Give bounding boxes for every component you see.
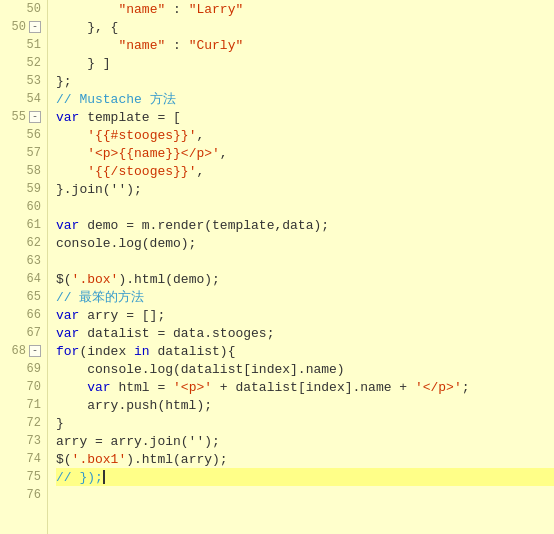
code-line-18: var datalist = data.stooges; [56, 324, 554, 342]
code-text [56, 164, 87, 179]
code-line-9: '{{/stooges}}', [56, 162, 554, 180]
code-line-7: '{{#stooges}}', [56, 126, 554, 144]
line-number-71: 71 [0, 396, 47, 414]
code-text: html = [111, 380, 173, 395]
line-number-66: 66 [0, 306, 47, 324]
code-line-15: $('.box').html(demo); [56, 270, 554, 288]
code-keyword: var [56, 308, 79, 323]
code-line-16: // 最笨的方法 [56, 288, 554, 306]
code-line-11 [56, 198, 554, 216]
line-number-57: 57 [0, 144, 47, 162]
line-number-65: 65 [0, 288, 47, 306]
code-line-4: }; [56, 72, 554, 90]
code-line-24: arry = arry.join(''); [56, 432, 554, 450]
line-number-51: 51 [0, 36, 47, 54]
code-text [56, 38, 118, 53]
code-keyword: in [134, 344, 150, 359]
code-text: (index [79, 344, 134, 359]
code-line-14 [56, 252, 554, 270]
code-text: }; [56, 74, 72, 89]
code-text: arry.push(html); [56, 398, 212, 413]
code-content[interactable]: "name" : "Larry" }, { "name" : "Curly" }… [48, 0, 554, 534]
code-string: '</p>' [415, 380, 462, 395]
line-number-75: 75 [0, 468, 47, 486]
code-string: "name" [118, 2, 165, 17]
line-number-56: 56 [0, 126, 47, 144]
text-cursor [103, 470, 105, 484]
line-number-62: 62 [0, 234, 47, 252]
code-text: ).html(demo); [118, 272, 219, 287]
code-text: demo = m.render(template,data); [79, 218, 329, 233]
line-number-76: 76 [0, 486, 47, 504]
code-text: }, { [56, 20, 118, 35]
code-string: '.box' [72, 272, 119, 287]
code-line-8: '<p>{{name}}</p>', [56, 144, 554, 162]
code-line-10: }.join(''); [56, 180, 554, 198]
code-text: template = [ [79, 110, 180, 125]
line-number-60: 60 [0, 198, 47, 216]
code-text: console.log(demo); [56, 236, 196, 251]
line-number-67: 67 [0, 324, 47, 342]
line-number-52: 52 [0, 54, 47, 72]
line-number-58: 58 [0, 162, 47, 180]
line-number-59: 59 [0, 180, 47, 198]
line-number-50: 50- [0, 18, 47, 36]
code-line-2: "name" : "Curly" [56, 36, 554, 54]
code-line-22: arry.push(html); [56, 396, 554, 414]
code-comment: // [56, 290, 79, 305]
code-text: arry = []; [79, 308, 165, 323]
code-text: ; [462, 380, 470, 395]
code-editor: 5050-5152535455-565758596061626364656667… [0, 0, 554, 534]
code-comment: Mustache 方法 [79, 90, 175, 108]
line-number-gutter: 5050-5152535455-565758596061626364656667… [0, 0, 48, 534]
fold-icon[interactable]: - [29, 21, 41, 33]
line-number-69: 69 [0, 360, 47, 378]
line-number-64: 64 [0, 270, 47, 288]
line-number-50: 50 [0, 0, 47, 18]
code-line-21: var html = '<p>' + datalist[index].name … [56, 378, 554, 396]
code-text: $( [56, 272, 72, 287]
code-text: : [165, 38, 188, 53]
code-line-17: var arry = []; [56, 306, 554, 324]
code-comment: 最笨的方法 [79, 288, 144, 306]
line-number-53: 53 [0, 72, 47, 90]
code-text [56, 380, 87, 395]
code-text: , [220, 146, 228, 161]
code-comment: // }); [56, 470, 103, 485]
code-string: "Curly" [189, 38, 244, 53]
fold-icon[interactable]: - [29, 111, 41, 123]
code-keyword: var [56, 218, 79, 233]
code-text: } [56, 416, 64, 431]
code-line-12: var demo = m.render(template,data); [56, 216, 554, 234]
code-keyword: var [56, 326, 79, 341]
line-number-73: 73 [0, 432, 47, 450]
code-line-5: // Mustache 方法 [56, 90, 554, 108]
code-text: console.log(datalist[index].name) [56, 362, 345, 377]
code-text: ).html(arry); [126, 452, 227, 467]
line-number-72: 72 [0, 414, 47, 432]
code-line-0: "name" : "Larry" [56, 0, 554, 18]
line-number-74: 74 [0, 450, 47, 468]
code-string: '<p>{{name}}</p>' [87, 146, 220, 161]
line-number-55: 55- [0, 108, 47, 126]
line-number-68: 68- [0, 342, 47, 360]
code-text: , [196, 164, 204, 179]
code-keyword: var [87, 380, 110, 395]
code-string: '{{#stooges}}' [87, 128, 196, 143]
code-comment: // [56, 92, 79, 107]
code-text: , [196, 128, 204, 143]
fold-icon[interactable]: - [29, 345, 41, 357]
code-line-20: console.log(datalist[index].name) [56, 360, 554, 378]
line-number-61: 61 [0, 216, 47, 234]
code-text [56, 146, 87, 161]
code-line-6: var template = [ [56, 108, 554, 126]
code-string: '.box1' [72, 452, 127, 467]
code-line-13: console.log(demo); [56, 234, 554, 252]
code-line-25: $('.box1').html(arry); [56, 450, 554, 468]
code-text: datalist = data.stooges; [79, 326, 274, 341]
code-keyword: for [56, 344, 79, 359]
code-line-3: } ] [56, 54, 554, 72]
code-text: } ] [56, 56, 111, 71]
code-string: "name" [118, 38, 165, 53]
code-line-27 [56, 486, 554, 504]
